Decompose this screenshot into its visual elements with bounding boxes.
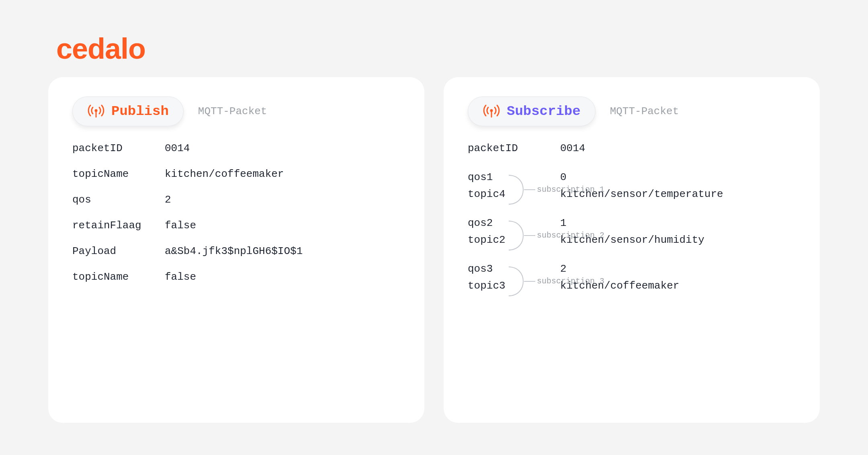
publish-row: qos 2 (72, 194, 400, 206)
field-value: 1 (560, 217, 796, 229)
broadcast-icon (87, 102, 105, 120)
subscribe-row: qos3 2 (468, 263, 796, 275)
field-key: qos2 (468, 217, 560, 229)
subscribe-packetid-row: packetID 0014 (468, 142, 796, 154)
subscribe-pill: Subscribe (468, 96, 596, 126)
subscribe-row: qos1 0 (468, 171, 796, 183)
publish-pill: Publish (72, 96, 184, 126)
publish-subtitle: MQTT-Packet (198, 105, 267, 117)
field-value: false (165, 219, 400, 232)
field-key: packetID (72, 142, 165, 154)
field-value: 2 (560, 263, 796, 275)
brand-logo: cedalo (56, 32, 820, 65)
field-value: 0014 (560, 142, 796, 154)
field-value: kitchen/coffeemaker (165, 168, 400, 180)
field-key: Payload (72, 245, 165, 257)
field-key: topic3 (468, 280, 560, 292)
publish-card-header: Publish MQTT-Packet (72, 96, 400, 126)
subscription-block: subscription 3 qos3 2 topic3 kitchen/cof… (468, 263, 796, 292)
broadcast-icon (483, 102, 500, 120)
subscribe-card: Subscribe MQTT-Packet packetID 0014 subs… (444, 77, 820, 423)
subscribe-row: topic3 kitchen/coffeemaker (468, 280, 796, 292)
publish-row: packetID 0014 (72, 142, 400, 154)
field-value: 2 (165, 194, 400, 206)
field-value: 0 (560, 171, 796, 183)
field-key: packetID (468, 142, 560, 154)
subscribe-card-header: Subscribe MQTT-Packet (468, 96, 796, 126)
subscription-block: subscription 2 qos2 1 topic2 kitchen/sen… (468, 217, 796, 246)
subscribe-row: qos2 1 (468, 217, 796, 229)
field-key: qos (72, 194, 165, 206)
subscribe-subtitle: MQTT-Packet (610, 105, 679, 117)
field-value: false (165, 271, 400, 283)
publish-row: Payload a&Sb4.jfk3$nplGH6$IO$1 (72, 245, 400, 257)
field-key: topicName (72, 271, 165, 283)
page: cedalo Publish (0, 0, 868, 423)
subscribe-row: topic2 kitchen/sensor/humidity (468, 234, 796, 246)
subscribe-row: topic4 kitchen/sensor/temperature (468, 188, 796, 200)
subscribe-pill-label: Subscribe (507, 104, 581, 119)
field-key: topic2 (468, 234, 560, 246)
field-key: topicName (72, 168, 165, 180)
cards-row: Publish MQTT-Packet packetID 0014 topicN… (48, 77, 820, 423)
field-key: qos3 (468, 263, 560, 275)
field-value: kitchen/sensor/humidity (560, 234, 796, 246)
publish-card: Publish MQTT-Packet packetID 0014 topicN… (48, 77, 424, 423)
field-key: retainFlaag (72, 219, 165, 232)
publish-row: retainFlaag false (72, 219, 400, 232)
publish-row: topicName kitchen/coffeemaker (72, 168, 400, 180)
field-key: qos1 (468, 171, 560, 183)
field-value: 0014 (165, 142, 400, 154)
field-value: kitchen/coffeemaker (560, 280, 796, 292)
subscription-block: subscription 1 qos1 0 topic4 kitchen/sen… (468, 171, 796, 200)
publish-pill-label: Publish (111, 104, 169, 119)
field-value: kitchen/sensor/temperature (560, 188, 796, 200)
publish-row: topicName false (72, 271, 400, 283)
field-value: a&Sb4.jfk3$nplGH6$IO$1 (165, 245, 400, 257)
field-key: topic4 (468, 188, 560, 200)
